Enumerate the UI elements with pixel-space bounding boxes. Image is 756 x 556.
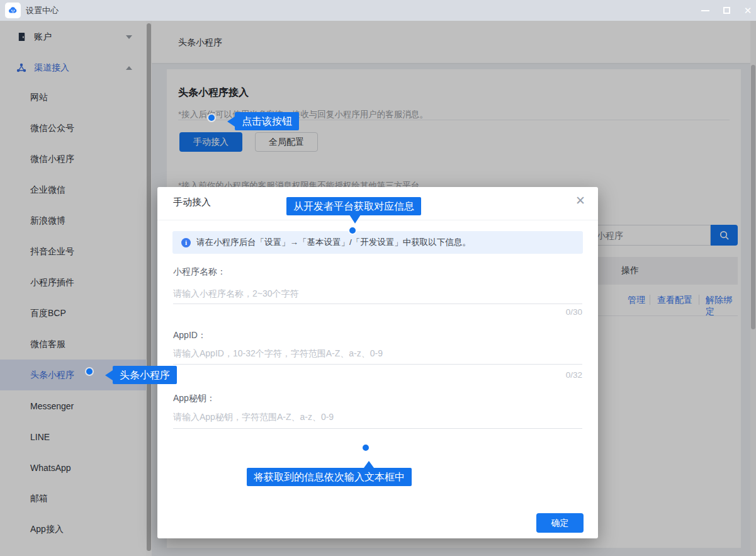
field-label-appid: AppID：	[173, 330, 206, 341]
annotation-marker-inputs	[363, 445, 369, 451]
callout-arrow-left-icon	[227, 116, 235, 127]
appid-counter: 0/32	[566, 370, 582, 380]
app-logo	[5, 3, 21, 18]
annotation-marker-banner	[349, 227, 356, 234]
name-input[interactable]: 请输入小程序名称，2~30个字符	[173, 288, 299, 300]
annotation-callout-get-info: 从开发者平台获取对应信息	[286, 197, 421, 215]
annotation-callout-click-button: 点击该按钮	[235, 112, 299, 130]
annotation-marker-sidebar-toutiao	[86, 368, 93, 375]
modal-close-icon[interactable]: ✕	[575, 195, 585, 207]
close-icon: ✕	[744, 6, 752, 15]
field-label-name: 小程序名称：	[173, 266, 226, 278]
appid-input[interactable]: 请输入AppID，10-32个字符，字符范围A-Z、a-z、0-9	[173, 348, 383, 360]
input-underline	[173, 428, 582, 429]
field-label-secret: App秘钥：	[173, 393, 215, 404]
maximize-icon	[723, 7, 730, 14]
window-title: 设置中心	[26, 5, 59, 16]
annotation-marker-manual-button	[208, 115, 215, 121]
info-banner: i 请在小程序后台「设置」→「基本设置」/「开发设置」中获取以下信息。	[172, 231, 583, 254]
callout-arrow-up-icon	[364, 461, 374, 468]
callout-arrow-left-icon	[105, 370, 113, 380]
info-icon: i	[181, 238, 191, 247]
close-window-button[interactable]: ✕	[737, 0, 756, 21]
name-counter: 0/30	[566, 307, 582, 317]
app-window: 设置中心 ✕ 账户 渠道接入 网站微信公众号微信小程序企业微信新浪微博抖音企业号…	[0, 0, 756, 556]
cloud-mascot-icon	[7, 4, 19, 16]
input-underline	[173, 304, 582, 304]
title-bar: 设置中心 ✕	[0, 0, 756, 21]
secret-input[interactable]: 请输入App秘钥，字符范围A-Z、a-z、0-9	[173, 412, 334, 423]
callout-arrow-down-icon	[349, 215, 361, 224]
info-banner-text: 请在小程序后台「设置」→「基本设置」/「开发设置」中获取以下信息。	[196, 237, 471, 248]
minimize-icon	[701, 10, 709, 11]
input-underline	[173, 364, 582, 365]
divider	[157, 220, 598, 220]
annotation-callout-fill-inputs: 将获取到的信息依次输入文本框中	[247, 468, 412, 486]
modal-title: 手动接入	[173, 196, 211, 208]
annotation-callout-toutiao-item: 头条小程序	[113, 366, 177, 384]
minimize-button[interactable]	[694, 0, 716, 21]
confirm-button[interactable]: 确定	[536, 513, 584, 533]
maximize-button[interactable]	[716, 0, 737, 21]
